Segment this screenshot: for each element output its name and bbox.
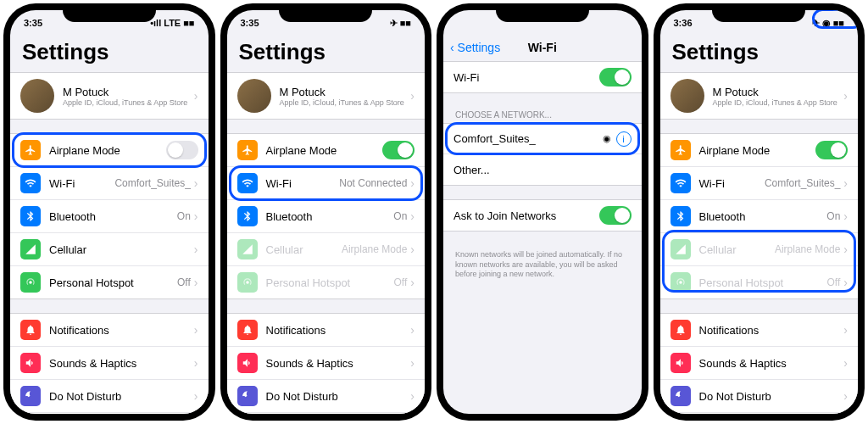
phone-frame: 3:35✈︎ ■■SettingsM PotuckApple ID, iClou… <box>220 3 432 421</box>
alerts-group: Notifications›Sounds & Haptics›Do Not Di… <box>227 313 426 414</box>
row-value: On <box>393 210 407 222</box>
user-group[interactable]: M PotuckApple ID, iCloud, iTunes & App S… <box>227 72 426 120</box>
user-group[interactable]: M PotuckApple ID, iCloud, iTunes & App S… <box>660 72 859 120</box>
signal-icon: •ıll <box>150 18 161 28</box>
page-header: Settings <box>227 36 426 72</box>
settings-row-notif[interactable]: Notifications› <box>660 314 859 347</box>
user-group[interactable]: M PotuckApple ID, iCloud, iTunes & App S… <box>10 72 209 120</box>
page-title: Settings <box>239 39 414 65</box>
page-header: Settings <box>10 36 209 72</box>
connectivity-group: Airplane ModeWi-FiComfort_Suites_›Blueto… <box>10 133 209 299</box>
row-label: Bluetooth <box>266 210 394 223</box>
settings-row-cellular[interactable]: CellularAirplane Mode› <box>227 233 426 266</box>
settings-row-notif[interactable]: Notifications› <box>227 314 426 347</box>
row-label: Bluetooth <box>699 210 827 223</box>
settings-row-screen[interactable]: Screen Time› <box>10 413 209 414</box>
settings-row-dnd[interactable]: Do Not Disturb› <box>660 380 859 413</box>
chevron-right-icon: › <box>843 389 848 403</box>
settings-row-wifi[interactable]: Wi-FiNot Connected› <box>227 167 426 200</box>
info-icon[interactable]: i <box>616 131 632 147</box>
settings-row-sounds[interactable]: Sounds & Haptics› <box>227 347 426 380</box>
chevron-right-icon: › <box>194 389 198 403</box>
wifi-icon <box>670 173 691 193</box>
airplane-toggle[interactable] <box>382 141 415 159</box>
ask-join-toggle[interactable] <box>599 206 632 225</box>
settings-row-hotspot[interactable]: Personal HotspotOff› <box>660 266 859 298</box>
avatar <box>670 79 704 113</box>
wifi-toggle-group: Wi-Fi <box>443 61 642 93</box>
page-header: Settings <box>660 36 859 72</box>
notif-icon <box>670 320 691 340</box>
airplane-toggle[interactable] <box>815 141 848 159</box>
ask-join-row[interactable]: Ask to Join Networks <box>443 200 642 231</box>
choose-network-label: CHOOSE A NETWORK... <box>443 107 642 123</box>
cellular-icon <box>237 239 258 259</box>
chevron-right-icon: › <box>410 389 415 403</box>
svg-point-2 <box>679 281 682 284</box>
phone-frame: 3:35•ıll LTE ■■SettingsM PotuckApple ID,… <box>3 3 215 421</box>
settings-row-bluetooth[interactable]: BluetoothOn› <box>227 200 426 233</box>
battery-icon: ■■ <box>400 18 411 28</box>
chevron-right-icon: › <box>843 209 848 223</box>
settings-row-cellular[interactable]: CellularAirplane Mode› <box>660 233 859 266</box>
settings-row-sounds[interactable]: Sounds & Haptics› <box>10 347 209 380</box>
settings-row-bluetooth[interactable]: BluetoothOn› <box>660 200 859 233</box>
row-label: Do Not Disturb <box>699 390 841 403</box>
dnd-icon <box>20 386 41 406</box>
dnd-icon <box>237 386 258 406</box>
airplane-icon: ✈︎ <box>390 18 398 29</box>
airplane-toggle[interactable] <box>166 141 198 159</box>
network-row[interactable]: Other... <box>443 154 642 185</box>
row-label: Personal Hotspot <box>266 276 394 289</box>
settings-row-screen[interactable]: Screen Time› <box>660 413 859 414</box>
settings-row-wifi[interactable]: Wi-FiComfort_Suites_› <box>10 167 209 200</box>
chevron-right-icon: › <box>410 276 415 289</box>
screen: 3:36✈︎ ◉ ■■SettingsM PotuckApple ID, iCl… <box>660 10 859 414</box>
settings-row-bluetooth[interactable]: BluetoothOn› <box>10 200 209 233</box>
settings-row-cellular[interactable]: Cellular› <box>10 233 209 266</box>
user-name: M Potuck <box>713 86 841 98</box>
notch <box>279 3 372 22</box>
chevron-right-icon: › <box>843 243 848 256</box>
cellular-icon <box>20 239 41 259</box>
network-row[interactable]: Comfort_Suites_◉i <box>443 124 642 154</box>
wifi-row[interactable]: Wi-Fi <box>443 62 642 92</box>
chevron-right-icon: › <box>843 356 848 370</box>
row-label: Personal Hotspot <box>699 276 827 289</box>
connectivity-group: Airplane ModeWi-FiNot Connected›Bluetoot… <box>227 133 426 299</box>
settings-row-sounds[interactable]: Sounds & Haptics› <box>660 347 859 380</box>
settings-row-hotspot[interactable]: Personal HotspotOff› <box>227 266 426 298</box>
row-label: Wi-Fi <box>49 177 114 190</box>
airplane-icon <box>237 140 258 160</box>
networks-group: Comfort_Suites_◉iOther... <box>443 123 642 186</box>
screen: 3:35•ıll LTE ■■SettingsM PotuckApple ID,… <box>10 10 209 414</box>
status-indicators: •ıll LTE ■■ <box>150 18 194 28</box>
airplane-icon: ✈︎ <box>812 18 820 29</box>
row-label: Wi-Fi <box>266 177 340 190</box>
settings-row-airplane[interactable]: Airplane Mode <box>660 134 859 167</box>
sounds-icon <box>20 353 41 373</box>
status-time: 3:35 <box>24 18 42 28</box>
battery-icon: ■■ <box>183 18 194 28</box>
wifi-toggle[interactable] <box>599 68 632 86</box>
row-label: Do Not Disturb <box>266 390 408 403</box>
sounds-icon <box>237 353 258 373</box>
settings-row-dnd[interactable]: Do Not Disturb› <box>227 380 426 413</box>
row-label: Cellular <box>699 243 775 256</box>
settings-row-airplane[interactable]: Airplane Mode <box>227 134 426 167</box>
settings-row-screen[interactable]: Screen Time› <box>227 413 426 414</box>
alerts-group: Notifications›Sounds & Haptics›Do Not Di… <box>10 313 209 414</box>
status-indicators: ✈︎ ■■ <box>390 18 411 29</box>
ask-join-group: Ask to Join Networks <box>443 199 642 232</box>
row-label: Notifications <box>49 324 191 337</box>
hotspot-icon <box>237 272 258 293</box>
chevron-right-icon: › <box>410 356 415 370</box>
row-label: Airplane Mode <box>699 144 816 157</box>
settings-row-airplane[interactable]: Airplane Mode <box>10 134 209 167</box>
settings-row-hotspot[interactable]: Personal HotspotOff› <box>10 266 209 298</box>
settings-row-dnd[interactable]: Do Not Disturb› <box>10 380 209 413</box>
settings-row-notif[interactable]: Notifications› <box>10 314 209 347</box>
hotspot-icon <box>670 272 691 293</box>
row-label: Airplane Mode <box>49 144 166 157</box>
settings-row-wifi[interactable]: Wi-FiComfort_Suites_› <box>660 167 859 200</box>
